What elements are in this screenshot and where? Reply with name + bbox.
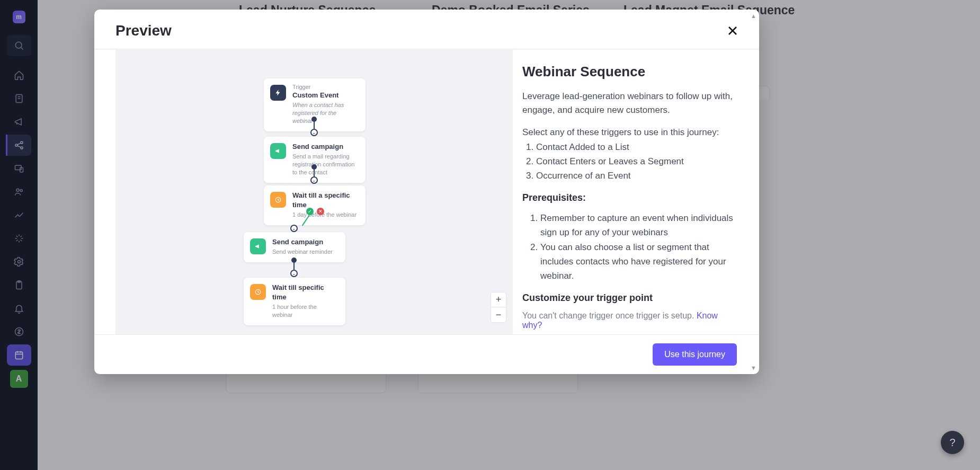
- info-panel[interactable]: Webinar Sequence Leverage lead-generatio…: [513, 50, 759, 334]
- bolt-icon: [270, 85, 286, 101]
- node-desc: 1 hour before the webinar: [272, 303, 338, 319]
- node-title: Send campaign: [292, 142, 358, 152]
- node-title: Send campaign: [272, 237, 333, 247]
- modal-header: Preview: [94, 10, 759, 49]
- node-desc: Send a mail regarding registration confi…: [292, 153, 358, 176]
- use-journey-button[interactable]: Use this journey: [653, 343, 737, 366]
- branch-yes-icon: ✓: [306, 208, 314, 215]
- node-desc: 1 day before the webinar: [292, 211, 358, 219]
- preview-modal: Preview ▲ Trigger Custom Event When a co…: [94, 10, 759, 374]
- zoom-out-button[interactable]: −: [491, 307, 506, 322]
- megaphone-icon: [250, 238, 266, 254]
- prereq-item: Remember to capture an event when indivi…: [540, 211, 736, 240]
- flow-node-wait-1[interactable]: Wait till a specific time 1 day before t…: [264, 185, 366, 225]
- node-desc: When a contact has registered for the we…: [292, 101, 358, 125]
- branch-no-icon: ✕: [317, 208, 324, 215]
- scroll-up-arrow[interactable]: ▲: [751, 13, 757, 19]
- node-title: Wait till specific time: [272, 283, 338, 302]
- info-heading: Webinar Sequence: [522, 64, 736, 80]
- node-desc: Send webinar reminder: [272, 248, 333, 256]
- node-title: Custom Event: [292, 91, 358, 100]
- prereq-heading: Prerequisites:: [522, 192, 736, 203]
- journey-canvas[interactable]: Trigger Custom Event When a contact has …: [115, 50, 513, 334]
- trigger-item: Contact Added to a List: [536, 140, 736, 154]
- node-title: Wait till a specific time: [292, 191, 358, 210]
- flow-node-trigger[interactable]: Trigger Custom Event When a contact has …: [264, 78, 366, 131]
- node-label: Trigger: [292, 84, 358, 91]
- clock-icon: [250, 284, 266, 300]
- modal-title: Preview: [115, 22, 172, 39]
- clock-icon: [270, 192, 286, 208]
- modal-footer: Use this journey: [94, 334, 759, 374]
- scroll-down-arrow[interactable]: ▼: [751, 365, 757, 371]
- flow-node-wait-2[interactable]: Wait till specific time 1 hour before th…: [244, 278, 345, 325]
- trigger-item: Contact Enters or Leaves a Segment: [536, 154, 736, 169]
- customize-note: You can't change trigger once trigger is…: [522, 311, 736, 330]
- close-button[interactable]: [724, 22, 741, 39]
- megaphone-icon: [270, 143, 286, 159]
- triggers-intro: Select any of these triggers to use in t…: [522, 127, 736, 138]
- zoom-controls: + −: [491, 292, 506, 323]
- trigger-item: Occurrence of an Event: [536, 169, 736, 183]
- prereq-item: You can also choose a list or segment th…: [540, 240, 736, 283]
- zoom-in-button[interactable]: +: [491, 292, 506, 307]
- triggers-list: Contact Added to a List Contact Enters o…: [522, 140, 736, 183]
- flow-node-send-1[interactable]: Send campaign Send a mail regarding regi…: [264, 137, 366, 183]
- prereq-list: Remember to capture an event when indivi…: [522, 211, 736, 283]
- customize-heading: Customize your trigger point: [522, 292, 736, 304]
- help-button[interactable]: ?: [941, 431, 964, 454]
- modal-body: ▲ Trigger Custom Event When a contact ha…: [94, 49, 759, 334]
- close-icon: [726, 24, 739, 37]
- info-intro: Leverage lead-generation webinars to fol…: [522, 90, 736, 118]
